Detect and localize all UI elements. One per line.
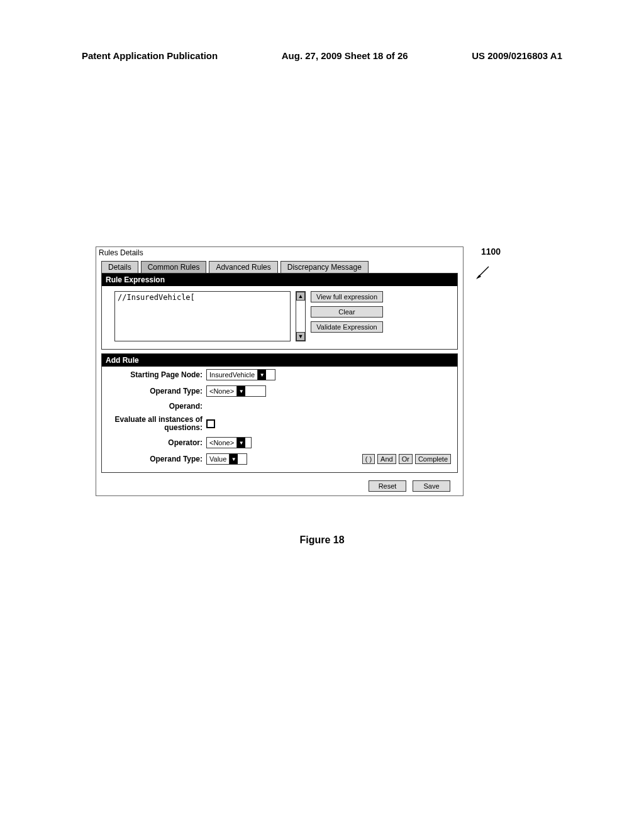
operand-type-1-value: <None> bbox=[207, 387, 236, 396]
save-button[interactable]: Save bbox=[413, 480, 450, 492]
chevron-down-icon: ▼ bbox=[236, 438, 245, 448]
figure-caption: Figure 18 bbox=[0, 534, 644, 546]
tab-details[interactable]: Details bbox=[101, 261, 138, 273]
view-full-expression-button[interactable]: View full expression bbox=[311, 291, 383, 302]
expression-buttons: View full expression Clear Validate Expr… bbox=[311, 291, 383, 333]
rule-expression-header: Rule Expression bbox=[102, 274, 457, 286]
inline-buttons: ( ) And Or Complete bbox=[362, 454, 451, 464]
document-header: Patent Application Publication Aug. 27, … bbox=[0, 50, 644, 61]
header-left: Patent Application Publication bbox=[82, 50, 218, 61]
panel-title: Rules Details bbox=[96, 247, 463, 258]
operator-label: Operator: bbox=[114, 438, 203, 447]
evaluate-all-label: Evaluate all instances of questions: bbox=[114, 416, 203, 432]
paren-button[interactable]: ( ) bbox=[362, 454, 375, 464]
validate-expression-button[interactable]: Validate Expression bbox=[311, 321, 383, 333]
add-rule-header: Add Rule bbox=[102, 354, 457, 367]
rule-expression-row: ▲ ▼ View full expression Clear Validate … bbox=[102, 286, 457, 344]
starting-page-node-label: Starting Page Node: bbox=[114, 370, 203, 379]
or-button[interactable]: Or bbox=[399, 454, 413, 464]
footer-buttons: Reset Save bbox=[96, 477, 463, 495]
operator-value: <None> bbox=[207, 438, 236, 447]
reference-number: 1100 bbox=[481, 246, 501, 257]
operand-type-1-select[interactable]: <None> ▼ bbox=[206, 385, 266, 397]
tab-discrepancy-message[interactable]: Discrepancy Message bbox=[280, 261, 369, 273]
scrollbar[interactable]: ▲ ▼ bbox=[296, 291, 306, 341]
starting-page-node-value: InsuredVehicle bbox=[207, 370, 257, 379]
add-rule-section: Add Rule Starting Page Node: InsuredVehi… bbox=[101, 353, 458, 473]
complete-button[interactable]: Complete bbox=[415, 454, 451, 464]
scroll-up-icon[interactable]: ▲ bbox=[296, 292, 305, 301]
rule-expression-input[interactable] bbox=[114, 291, 291, 341]
clear-button[interactable]: Clear bbox=[311, 306, 383, 318]
tabs-row: Details Common Rules Advanced Rules Disc… bbox=[96, 258, 463, 273]
rules-details-panel: Rules Details Details Common Rules Advan… bbox=[96, 246, 464, 496]
reference-arrow-icon bbox=[475, 264, 494, 283]
chevron-down-icon: ▼ bbox=[236, 386, 245, 396]
evaluate-all-checkbox[interactable] bbox=[206, 419, 215, 428]
tab-common-rules[interactable]: Common Rules bbox=[141, 261, 207, 273]
tab-advanced-rules[interactable]: Advanced Rules bbox=[209, 261, 277, 273]
operand-type-1-label: Operand Type: bbox=[114, 387, 203, 396]
operand-type-2-label: Operand Type: bbox=[114, 455, 203, 463]
chevron-down-icon: ▼ bbox=[257, 370, 266, 380]
chevron-down-icon: ▼ bbox=[229, 454, 238, 464]
operand-type-2-value: Value bbox=[207, 455, 229, 463]
starting-page-node-select[interactable]: InsuredVehicle ▼ bbox=[206, 369, 275, 380]
operand-label: Operand: bbox=[114, 402, 203, 411]
and-button[interactable]: And bbox=[377, 454, 396, 464]
header-right: US 2009/0216803 A1 bbox=[472, 50, 562, 61]
header-center: Aug. 27, 2009 Sheet 18 of 26 bbox=[282, 50, 408, 61]
operator-select[interactable]: <None> ▼ bbox=[206, 437, 252, 448]
reset-button[interactable]: Reset bbox=[369, 480, 406, 492]
rule-expression-section: Rule Expression ▲ ▼ View full expression… bbox=[101, 273, 458, 350]
scroll-down-icon[interactable]: ▼ bbox=[296, 332, 305, 341]
operand-type-2-select[interactable]: Value ▼ bbox=[206, 453, 247, 465]
